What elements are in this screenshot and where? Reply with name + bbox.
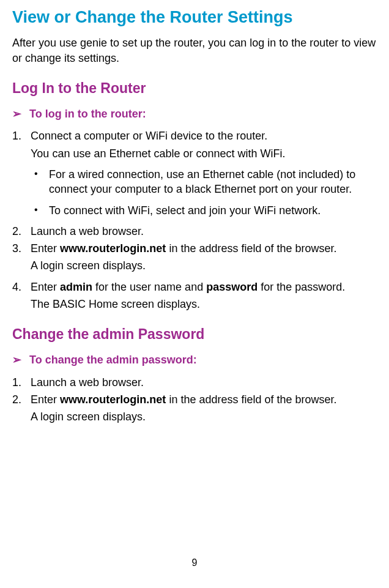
- step-text: Connect a computer or WiFi device to the…: [31, 130, 267, 142]
- step-text: Enter www.routerlogin.net in the address…: [31, 242, 337, 255]
- task-heading-login: ➢To log in to the router:: [12, 106, 377, 121]
- list-item: Enter www.routerlogin.net in the address…: [12, 392, 377, 425]
- task-heading-password: ➢To change the admin password:: [12, 352, 377, 367]
- list-item: Connect a computer or WiFi device to the…: [12, 128, 377, 217]
- credential-username: admin: [60, 281, 92, 293]
- password-steps-list: Launch a web browser. Enter www.routerlo…: [12, 375, 377, 425]
- list-item: Launch a web browser.: [12, 224, 377, 239]
- step-text: Enter www.routerlogin.net in the address…: [31, 393, 337, 406]
- list-item: Enter www.routerlogin.net in the address…: [12, 241, 377, 274]
- arrow-icon: ➢: [12, 352, 29, 367]
- task-label: To log in to the router:: [29, 108, 146, 120]
- page-number: 9: [0, 556, 389, 570]
- page-title: View or Change the Router Settings: [12, 6, 377, 28]
- section-heading-password: Change the admin Password: [12, 325, 377, 344]
- bullet-list: For a wired connection, use an Ethernet …: [31, 167, 377, 218]
- intro-paragraph: After you use genie to set up the router…: [12, 35, 377, 65]
- url-text: www.routerlogin.net: [60, 242, 166, 255]
- url-text: www.routerlogin.net: [60, 393, 166, 406]
- step-text: Launch a web browser.: [31, 225, 144, 237]
- section-heading-login: Log In to the Router: [12, 79, 377, 98]
- step-subtext: The BASIC Home screen displays.: [31, 297, 377, 311]
- list-item: For a wired connection, use an Ethernet …: [31, 167, 377, 197]
- step-subtext: A login screen displays.: [31, 409, 377, 424]
- step-text: Enter admin for the user name and passwo…: [31, 281, 345, 293]
- list-item: To connect with WiFi, select and join yo…: [31, 203, 377, 218]
- step-subtext: You can use an Ethernet cable or connect…: [31, 146, 377, 161]
- arrow-icon: ➢: [12, 106, 29, 121]
- step-text: Launch a web browser.: [31, 376, 144, 389]
- list-item: Launch a web browser.: [12, 375, 377, 390]
- credential-password: password: [206, 281, 257, 293]
- task-label: To change the admin password:: [29, 354, 197, 366]
- login-steps-list: Connect a computer or WiFi device to the…: [12, 128, 377, 311]
- list-item: Enter admin for the user name and passwo…: [12, 280, 377, 312]
- step-subtext: A login screen displays.: [31, 258, 377, 273]
